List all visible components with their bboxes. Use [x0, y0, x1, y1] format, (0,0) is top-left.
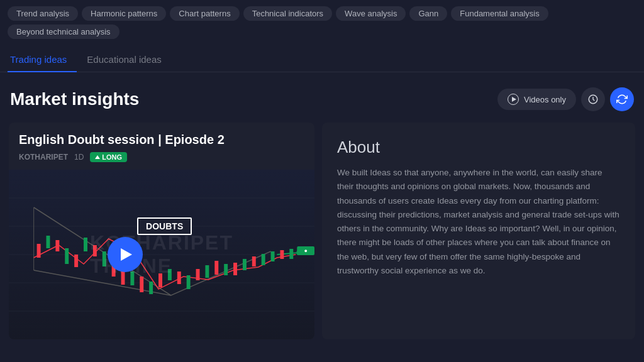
chart-area: ● DOUBTS KOTHARIPETTHAINE [9, 170, 314, 339]
refresh-icon [616, 94, 628, 105]
tag-beyond-technical-analysis[interactable]: Beyond technical analysis [8, 25, 119, 39]
page-title: Market insights [10, 89, 139, 109]
svg-rect-11 [55, 240, 59, 251]
svg-rect-20 [140, 277, 143, 292]
svg-rect-12 [65, 248, 69, 264]
svg-rect-21 [149, 282, 153, 294]
play-video-button[interactable] [108, 237, 143, 272]
svg-rect-34 [271, 251, 275, 261]
tag-gann[interactable]: Gann [409, 6, 447, 21]
about-panel: About We built Ideas so that anyone, any… [322, 123, 635, 339]
tag-technical-indicators[interactable]: Technical indicators [243, 6, 332, 21]
svg-rect-14 [84, 238, 87, 251]
card-timeframe: 1D [74, 153, 84, 162]
card-title: English Doubt session | Epiosde 2 [19, 133, 304, 147]
idea-card: English Doubt session | Epiosde 2 KOTHAR… [9, 123, 314, 339]
tag-harmonic-patterns[interactable]: Harmonic patterns [82, 6, 166, 21]
svg-rect-30 [233, 263, 237, 275]
card-header: English Doubt session | Epiosde 2 KOTHAR… [9, 123, 314, 170]
tab-educational-ideas[interactable]: Educational ideas [77, 48, 171, 72]
long-badge: LONG [90, 152, 127, 162]
badge-label: LONG [102, 153, 122, 161]
refresh-button[interactable] [610, 87, 634, 111]
filter-tags-container: Trend analysis Harmonic patterns Chart p… [0, 0, 644, 43]
about-text: We built Ideas so that anyone, anywhere … [337, 166, 620, 278]
tag-chart-patterns[interactable]: Chart patterns [170, 6, 239, 21]
videos-only-label: Videos only [524, 95, 566, 104]
svg-rect-31 [243, 259, 247, 270]
about-title: About [337, 138, 620, 157]
svg-rect-35 [280, 250, 284, 259]
svg-rect-32 [252, 256, 256, 266]
play-triangle-icon [512, 97, 516, 102]
svg-rect-10 [47, 236, 50, 248]
play-circle-icon [508, 94, 519, 105]
svg-rect-13 [74, 255, 78, 267]
card-meta: KOTHARIPET 1D LONG [19, 152, 304, 162]
header-actions: Videos only [497, 87, 634, 111]
videos-only-button[interactable]: Videos only [497, 89, 576, 110]
play-icon [121, 248, 132, 261]
svg-rect-33 [262, 254, 265, 265]
tag-trend-analysis[interactable]: Trend analysis [8, 6, 78, 21]
tab-navigation: Trading ideas Educational ideas [0, 48, 644, 72]
svg-rect-9 [37, 244, 41, 258]
svg-text:●: ● [304, 248, 307, 254]
arrow-up-icon [95, 155, 100, 159]
page-header: Market insights Videos only [0, 72, 644, 123]
tag-wave-analysis[interactable]: Wave analysis [336, 6, 406, 21]
svg-rect-36 [289, 249, 293, 259]
content-grid: English Doubt session | Epiosde 2 KOTHAR… [0, 123, 644, 339]
card-author: KOTHARIPET [19, 153, 68, 162]
clock-button[interactable] [581, 87, 605, 111]
tab-trading-ideas[interactable]: Trading ideas [8, 48, 77, 72]
tag-fundamental-analysis[interactable]: Fundamental analysis [451, 6, 548, 21]
clock-icon [587, 94, 599, 105]
